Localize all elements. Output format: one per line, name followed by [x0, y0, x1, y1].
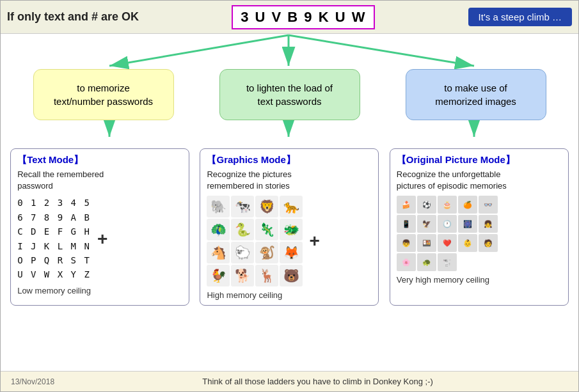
- photo-cell: 👶: [458, 234, 477, 252]
- password-display: 3 U V B 9 K U W: [232, 5, 375, 29]
- text-mode-subtitle: Recall the remembered password: [17, 169, 182, 192]
- photo-grid: 🍰⚽🎂🍊👓📱🦅🕐🎆👧👦🍱❤️👶🧑🌸🐢🐩: [397, 196, 498, 271]
- text-mode-card: 【Text Mode】 Recall the remembered passwo…: [10, 148, 189, 306]
- photo-cell: 🦅: [417, 215, 436, 233]
- modes-section: 【Text Mode】 Recall the remembered passwo…: [1, 145, 578, 306]
- animal-cell: 🐲: [280, 219, 303, 240]
- arrows-svg: [13, 34, 566, 69]
- photo-cell: 👧: [479, 215, 498, 233]
- svg-line-3: [289, 35, 474, 66]
- text-mode-title: 【Text Mode】: [17, 154, 182, 166]
- graphics-mode-title: 【Graphics Mode】: [207, 154, 372, 166]
- animal-cell: 🐑: [231, 242, 254, 263]
- photo-cell: 🌸: [397, 253, 416, 271]
- graphics-mode-content: 🐘🐄🦁🐆🦚🐍🦎🐲🐴🐑🐒🦊🐓🐕🦌🐻 +: [207, 196, 372, 286]
- info-box-yellow-text: to memorize text/number passwords: [54, 81, 153, 108]
- animal-cell: 🐕: [231, 265, 254, 286]
- animal-cell: 🐘: [207, 196, 230, 217]
- info-box-blue-text: to make use of memorized images: [435, 81, 516, 108]
- photo-cell: 👓: [479, 196, 498, 214]
- animal-cell: 🐻: [280, 265, 303, 286]
- info-box-green: to lighten the load of text passwords: [219, 69, 360, 120]
- text-mode-content: 0 1 2 3 4 56 7 8 9 A BC D E F G HI J K L…: [17, 196, 182, 281]
- graphics-mode-footer: High memory ceiling: [207, 290, 372, 300]
- info-boxes: to memorize text/number passwords to lig…: [1, 69, 578, 120]
- photo-cell: 🍱: [417, 234, 436, 252]
- animal-cell: 🦎: [255, 219, 278, 240]
- animal-cell: 🦊: [280, 242, 303, 263]
- photo-cell: ❤️: [438, 234, 457, 252]
- info-box-green-text: to lighten the load of text passwords: [246, 81, 333, 108]
- photo-cell: ⚽: [417, 196, 436, 214]
- animal-cell: 🦌: [255, 265, 278, 286]
- char-grid: 0 1 2 3 4 56 7 8 9 A BC D E F G HI J K L…: [17, 196, 91, 281]
- arrows-area: [13, 34, 566, 69]
- graphics-mode-card: 【Graphics Mode】 Recognize the pictures r…: [200, 148, 379, 306]
- photo-cell: 🎂: [438, 196, 457, 214]
- photo-cell: 🧑: [479, 234, 498, 252]
- animal-cell: 🦁: [255, 196, 278, 217]
- picture-mode-title: 【Original Picture Mode】: [397, 154, 562, 166]
- photo-cell: 🐢: [417, 253, 436, 271]
- text-mode-footer: Low memory ceiling: [17, 286, 182, 295]
- photo-cell: 🍰: [397, 196, 416, 214]
- animal-cell: 🐓: [207, 265, 230, 286]
- info-box-yellow: to memorize text/number passwords: [33, 69, 174, 120]
- picture-mode-subtitle: Recognize the unforgettable pictures of …: [397, 169, 562, 192]
- photo-cell: 🍊: [458, 196, 477, 214]
- graphics-mode-subtitle: Recognize the pictures remembered in sto…: [207, 169, 372, 192]
- top-bar: If only text and # are OK 3 U V B 9 K U …: [1, 1, 578, 34]
- animal-cell: 🐍: [231, 219, 254, 240]
- picture-mode-card: 【Original Picture Mode】 Recognize the un…: [390, 148, 569, 306]
- picture-mode-content: 🍰⚽🎂🍊👓📱🦅🕐🎆👧👦🍱❤️👶🧑🌸🐢🐩: [397, 196, 562, 271]
- animal-grid: 🐘🐄🦁🐆🦚🐍🦎🐲🐴🐑🐒🦊🐓🐕🦌🐻: [207, 196, 303, 286]
- footer: 13/Nov/2018 Think of all those ladders y…: [1, 371, 578, 391]
- arrows-area-2: [13, 120, 566, 139]
- animal-cell: 🐒: [255, 242, 278, 263]
- info-box-blue: to make use of memorized images: [406, 69, 546, 120]
- photo-cell: 🕐: [438, 215, 457, 233]
- photo-cell: 🎆: [458, 215, 477, 233]
- photo-cell: 👦: [397, 234, 416, 252]
- footer-date: 13/Nov/2018: [11, 377, 54, 386]
- main-container: If only text and # are OK 3 U V B 9 K U …: [0, 0, 579, 392]
- top-left-text: If only text and # are OK: [7, 10, 139, 24]
- plus-sign-text: +: [95, 229, 110, 249]
- plus-sign-graphics: +: [306, 231, 322, 251]
- footer-text: Think of all those ladders you have to c…: [67, 377, 568, 386]
- svg-line-1: [109, 35, 289, 66]
- animal-cell: 🐆: [280, 196, 303, 217]
- photo-cell: 🐩: [438, 253, 457, 271]
- photo-cell: 📱: [397, 215, 416, 233]
- animal-cell: 🦚: [207, 219, 230, 240]
- arrows-svg-2: [13, 120, 566, 139]
- steep-climb-button[interactable]: It's a steep climb …: [468, 8, 572, 26]
- animal-cell: 🐴: [207, 242, 230, 263]
- picture-mode-footer: Very high memory ceiling: [397, 275, 562, 285]
- animal-cell: 🐄: [231, 196, 254, 217]
